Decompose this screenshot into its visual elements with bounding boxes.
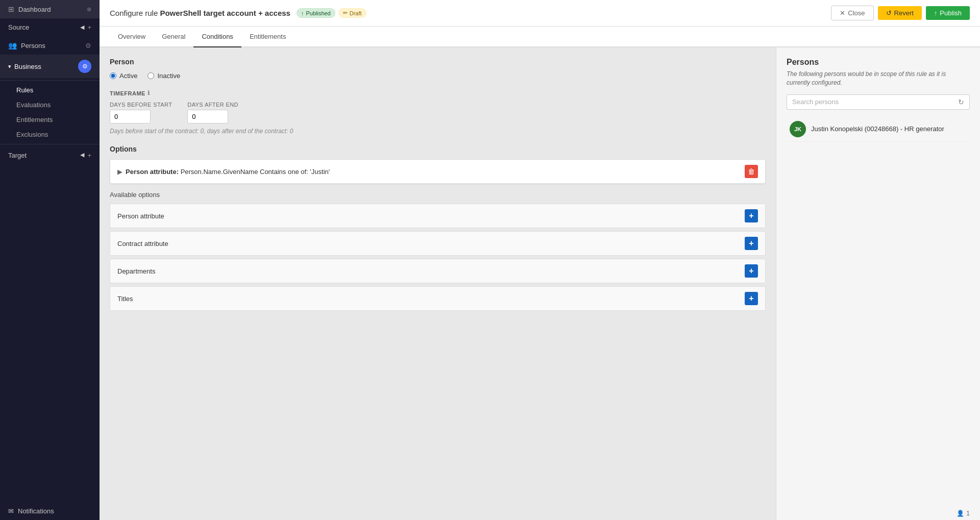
condition-content: ▶ Person attribute: Person.Name.GivenNam… xyxy=(117,168,330,176)
condition-expand-icon[interactable]: ▶ xyxy=(117,168,122,176)
person-avatar: JK xyxy=(790,121,806,137)
refresh-icon[interactable]: ↻ xyxy=(958,98,964,106)
inactive-radio[interactable] xyxy=(148,72,154,79)
inactive-label-text: Inactive xyxy=(157,72,180,80)
sidebar-item-notifications[interactable]: ✉ Notifications xyxy=(0,502,100,520)
days-before-start-field: DAYS BEFORE START xyxy=(110,102,172,123)
tab-conditions-label: Conditions xyxy=(202,33,233,40)
days-before-start-input[interactable] xyxy=(110,110,151,123)
draft-badge: ✏ Draft xyxy=(338,8,366,18)
timeframe-label: TIMEFRAME ℹ xyxy=(110,90,766,96)
publish-icon: ↑ xyxy=(934,9,938,17)
sidebar-sub-rules[interactable]: Rules xyxy=(0,83,100,97)
timeframe-info-icon: ℹ xyxy=(148,90,150,96)
option-row-titles: Titles + xyxy=(110,286,766,311)
timeframe-section: TIMEFRAME ℹ DAYS BEFORE START DAYS AFTER… xyxy=(110,90,766,135)
notifications-icon: ✉ xyxy=(8,507,14,515)
source-add-icon[interactable]: + xyxy=(87,23,91,31)
options-header: Options xyxy=(110,145,766,153)
sidebar-sub-evaluations-label: Evaluations xyxy=(16,101,51,109)
close-x-icon: ✕ xyxy=(840,9,845,17)
revert-button-label: Revert xyxy=(894,9,914,17)
sidebar-item-business[interactable]: ▾ Business ⚙ xyxy=(0,55,100,78)
published-badge: ↑ Published xyxy=(297,8,335,18)
active-radio-label[interactable]: Active xyxy=(110,72,137,80)
add-departments-button[interactable]: + xyxy=(745,264,758,278)
source-collapse-icon: ◀ xyxy=(80,24,84,31)
main-content: Configure rule PowerShell target account… xyxy=(100,0,980,520)
condition-delete-button[interactable]: 🗑 xyxy=(745,165,758,178)
sidebar-sub-rules-label: Rules xyxy=(16,86,33,94)
close-button[interactable]: ✕ Close xyxy=(831,6,873,20)
sidebar-divider-2 xyxy=(0,144,100,144)
days-after-end-field: DAYS AFTER END xyxy=(187,102,238,123)
person-section-title: Person xyxy=(110,58,766,66)
configure-label-text: Configure rule xyxy=(110,9,158,17)
available-options-section: Available options Person attribute + Con… xyxy=(110,191,766,311)
active-label-text: Active xyxy=(119,72,137,80)
persons-settings-icon: ⚙ xyxy=(85,42,91,49)
sidebar-item-target[interactable]: Target ◀ + xyxy=(0,146,100,164)
tab-entitlements[interactable]: Entitlements xyxy=(241,27,295,47)
sidebar-sub-entitlements[interactable]: Entitlements xyxy=(0,112,100,127)
sidebar-sub-evaluations[interactable]: Evaluations xyxy=(0,97,100,112)
search-persons-input[interactable] xyxy=(792,98,958,106)
target-collapse-icon: ◀ xyxy=(80,152,84,159)
persons-icon: 👥 xyxy=(8,41,17,49)
options-section: Options ▶ Person attribute: Person.Name.… xyxy=(110,145,766,311)
sidebar-item-dashboard[interactable]: ⊞ Dashboard ⊕ xyxy=(0,0,100,18)
gear-icon: ⚙ xyxy=(82,63,88,70)
revert-button[interactable]: ↺ Revert xyxy=(878,6,922,20)
rule-name-text: PowerShell target account + access xyxy=(160,9,290,17)
add-titles-button[interactable]: + xyxy=(745,292,758,305)
tab-overview[interactable]: Overview xyxy=(110,27,154,47)
user-count: 1 xyxy=(966,510,970,517)
footer-bar: 👤 1 xyxy=(946,507,980,520)
sidebar-item-source[interactable]: Source ◀ + xyxy=(0,18,100,36)
publish-button[interactable]: ↑ Publish xyxy=(926,6,970,20)
sidebar-divider-1 xyxy=(0,80,100,81)
condition-operator: Contains one of: xyxy=(260,168,308,176)
draft-badge-label: Draft xyxy=(350,10,362,16)
header-actions: ✕ Close ↺ Revert ↑ Publish xyxy=(831,6,970,20)
days-before-start-label: DAYS BEFORE START xyxy=(110,102,172,108)
timeframe-label-text: TIMEFRAME xyxy=(110,90,145,96)
option-row-contract-attribute: Contract attribute + xyxy=(110,231,766,256)
sidebar-item-persons[interactable]: 👥 Persons ⚙ xyxy=(0,36,100,55)
person-item: JK Justin Konopelski (00248668) - HR gen… xyxy=(787,117,970,142)
days-help-text: Days before start of the contract: 0, da… xyxy=(110,128,766,135)
option-titles-label: Titles xyxy=(117,295,133,303)
target-add-icon[interactable]: + xyxy=(87,152,91,159)
sidebar-item-dashboard-label: Dashboard xyxy=(18,6,51,13)
inactive-radio-label[interactable]: Inactive xyxy=(148,72,180,80)
option-contract-attribute-label: Contract attribute xyxy=(117,240,168,247)
page-header: Configure rule PowerShell target account… xyxy=(100,0,980,27)
person-status-group: Active Inactive xyxy=(110,72,766,80)
active-radio[interactable] xyxy=(110,72,116,79)
condition-field: Person.Name.GivenName xyxy=(181,168,258,176)
option-row-person-attribute: Person attribute + xyxy=(110,204,766,228)
person-name: Justin Konopelski (00248668) - HR genera… xyxy=(811,125,944,133)
tab-general[interactable]: General xyxy=(154,27,193,47)
persons-list: JK Justin Konopelski (00248668) - HR gen… xyxy=(787,117,970,142)
header-badges: ↑ Published ✏ Draft xyxy=(297,8,366,18)
sidebar-item-persons-label: Persons xyxy=(21,42,45,49)
tab-overview-label: Overview xyxy=(118,33,145,40)
search-persons-box[interactable]: ↻ xyxy=(787,94,970,110)
days-after-end-input[interactable] xyxy=(187,110,228,123)
right-panel-title: Persons xyxy=(787,58,970,67)
revert-icon: ↺ xyxy=(886,9,892,17)
header-title-wrap: Configure rule PowerShell target account… xyxy=(110,8,366,18)
business-settings-icon[interactable]: ⚙ xyxy=(78,60,91,73)
tab-conditions[interactable]: Conditions xyxy=(193,27,241,47)
delete-icon: 🗑 xyxy=(748,167,755,176)
add-contract-attribute-button[interactable]: + xyxy=(745,237,758,250)
sidebar-sub-exclusions[interactable]: Exclusions xyxy=(0,127,100,142)
days-row: DAYS BEFORE START DAYS AFTER END xyxy=(110,102,766,123)
tab-general-label: General xyxy=(162,33,185,40)
days-after-end-label: DAYS AFTER END xyxy=(187,102,238,108)
dashboard-nav-icon: ⊕ xyxy=(87,6,91,13)
add-person-attribute-button[interactable]: + xyxy=(745,209,758,222)
close-button-label: Close xyxy=(848,9,865,17)
published-badge-label: Published xyxy=(306,10,330,16)
